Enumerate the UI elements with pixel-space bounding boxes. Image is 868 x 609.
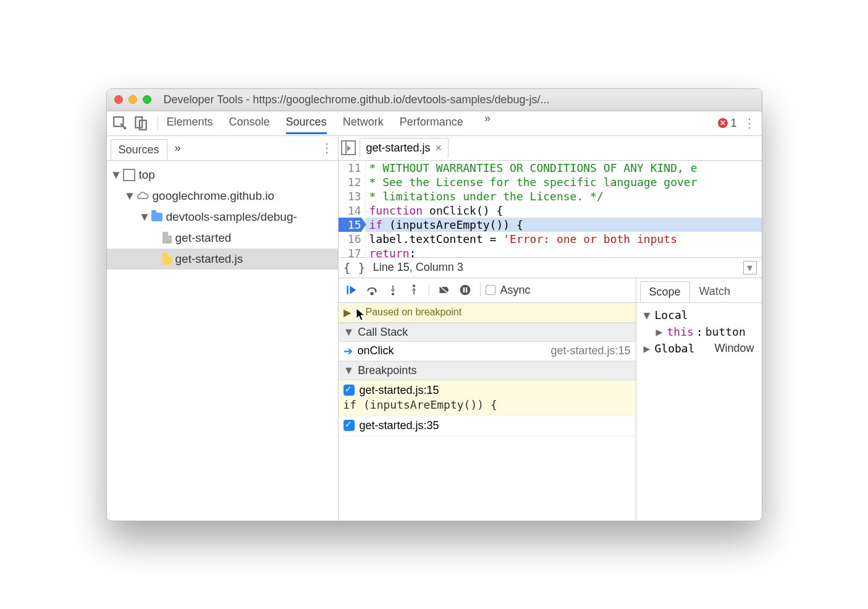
async-label: Async — [500, 284, 531, 297]
tab-elements[interactable]: Elements — [167, 112, 213, 134]
svg-rect-8 — [463, 287, 465, 292]
folder-icon — [151, 213, 162, 221]
panel-tabs: Elements Console Sources Network Perform… — [167, 112, 714, 134]
async-checkbox[interactable] — [486, 285, 495, 295]
separator — [158, 116, 158, 130]
inspect-icon[interactable] — [112, 115, 128, 131]
paused-label: Paused on breakpoint — [366, 307, 462, 318]
zoom-button[interactable] — [143, 95, 151, 104]
separator — [429, 283, 429, 297]
tree-label-file1: get-started.js — [175, 252, 243, 266]
call-stack-section: ▼Call Stack ➔ onClick get-started.js:15 — [339, 323, 636, 361]
titlebar[interactable]: Developer Tools - https://googlechrome.g… — [107, 89, 762, 111]
tree-root-top[interactable]: ▼ top — [107, 164, 338, 185]
editor-tabbar: get-started.js × — [339, 136, 762, 161]
file-tree: ▼ top ▼ googlechrome.github.io ▼ devtool… — [107, 161, 338, 273]
error-badge[interactable]: ✕ 1 — [718, 117, 736, 130]
scope-this[interactable]: ▶ this: button — [639, 323, 759, 340]
frame-icon — [123, 169, 135, 181]
tab-scope[interactable]: Scope — [640, 281, 690, 302]
call-stack-header[interactable]: ▼Call Stack — [339, 323, 636, 342]
more-subtabs-icon[interactable]: » — [175, 142, 181, 155]
tree-folder[interactable]: ▼ devtools-samples/debug- — [107, 207, 338, 228]
frame-name: onClick — [358, 344, 394, 357]
cloud-icon — [137, 190, 149, 202]
paused-message[interactable]: ▶ Paused on breakpoint — [339, 303, 636, 323]
debugger-toolbar: Async — [339, 278, 636, 303]
svg-rect-3 — [347, 286, 348, 294]
tab-watch[interactable]: Watch — [690, 281, 739, 302]
pause-exceptions-button[interactable] — [455, 281, 475, 299]
more-tabs-icon[interactable]: » — [484, 112, 491, 134]
cursor-position: Line 15, Column 3 — [373, 261, 463, 274]
step-into-button[interactable] — [383, 281, 403, 299]
step-out-button[interactable] — [404, 281, 424, 299]
breakpoints-section: ▼Breakpoints get-started.js:15 if (input… — [339, 361, 636, 437]
tree-domain[interactable]: ▼ googlechrome.github.io — [107, 185, 338, 207]
svg-point-7 — [460, 285, 470, 296]
error-count: 1 — [730, 117, 736, 130]
editor-statusbar: { } Line 15, Column 3 ▾ — [339, 257, 762, 278]
close-button[interactable] — [114, 95, 123, 104]
device-toggle-icon[interactable] — [133, 115, 149, 131]
settings-menu-icon[interactable]: ⋮ — [742, 116, 757, 130]
pretty-print-icon[interactable]: { } — [343, 260, 366, 275]
window-controls — [114, 95, 151, 104]
breakpoint-checkbox[interactable] — [343, 385, 355, 396]
scope-body: ▼Local ▶ this: button ▶Global Window — [636, 303, 762, 360]
svg-rect-9 — [465, 287, 467, 292]
scope-local[interactable]: ▼Local — [639, 307, 759, 323]
tab-network[interactable]: Network — [343, 112, 384, 134]
scope-pane: Scope Watch ▼Local ▶ this: button — [636, 278, 762, 521]
tab-sources[interactable]: Sources — [286, 112, 327, 134]
editor-tab[interactable]: get-started.js × — [360, 138, 449, 158]
tree-label-domain: googlechrome.github.io — [153, 189, 275, 203]
breakpoint-location: get-started.js:15 — [360, 384, 439, 397]
minimize-button[interactable] — [129, 95, 137, 104]
breakpoint-code: if (inputsAreEmpty()) { — [343, 398, 631, 411]
separator — [480, 283, 481, 297]
breakpoint-item[interactable]: get-started.js:35 — [339, 415, 636, 437]
js-file-icon — [162, 253, 172, 265]
scope-tabs: Scope Watch — [636, 278, 762, 303]
debugger-pane: Async ▶ Paused on breakpoint ▼Call Stack… — [339, 278, 636, 521]
tree-label-folder: devtools-samples/debug- — [166, 210, 297, 224]
svg-point-6 — [412, 284, 415, 287]
file-icon — [162, 232, 172, 244]
tab-console[interactable]: Console — [229, 112, 270, 134]
step-over-button[interactable] — [362, 281, 382, 299]
frame-location: get-started.js:15 — [550, 344, 630, 357]
close-tab-icon[interactable]: × — [436, 142, 442, 155]
svg-point-5 — [391, 293, 394, 296]
tab-performance[interactable]: Performance — [400, 112, 463, 134]
breakpoint-checkbox[interactable] — [343, 420, 355, 431]
breakpoints-header[interactable]: ▼Breakpoints — [339, 361, 636, 380]
call-stack-frame[interactable]: ➔ onClick get-started.js:15 — [339, 342, 636, 361]
devtools-window: Developer Tools - https://googlechrome.g… — [106, 88, 762, 521]
editor-tab-label: get-started.js — [366, 142, 431, 155]
resume-button[interactable] — [341, 281, 361, 299]
breakpoint-location: get-started.js:35 — [360, 419, 439, 432]
statusbar-dropdown-icon[interactable]: ▾ — [743, 261, 757, 275]
code-lines[interactable]: * WITHOUT WARRANTIES OR CONDITIONS OF AN… — [366, 161, 762, 257]
error-icon: ✕ — [718, 118, 728, 128]
main-toolbar: Elements Console Sources Network Perform… — [107, 111, 762, 136]
code-editor[interactable]: 11121314151617 * WITHOUT WARRANTIES OR C… — [339, 161, 762, 257]
breakpoint-item[interactable]: get-started.js:15 if (inputsAreEmpty()) … — [339, 380, 636, 415]
tree-file-js[interactable]: get-started.js — [107, 249, 338, 270]
deactivate-breakpoints-button[interactable] — [434, 281, 454, 299]
tree-label-top: top — [139, 168, 155, 182]
tree-file-html[interactable]: get-started — [107, 228, 338, 249]
tree-label-file0: get-started — [175, 231, 232, 245]
svg-point-4 — [371, 292, 373, 294]
scope-global[interactable]: ▶Global Window — [639, 340, 759, 357]
gutter[interactable]: 11121314151617 — [339, 161, 366, 257]
cursor-icon — [356, 308, 367, 322]
sources-menu-icon[interactable]: ⋮ — [319, 140, 334, 155]
toggle-navigator-icon[interactable] — [341, 140, 356, 155]
window-title: Developer Tools - https://googlechrome.g… — [164, 93, 550, 106]
sources-subtab[interactable]: Sources — [111, 139, 167, 160]
sources-subtoolbar: Sources » ⋮ — [107, 136, 338, 161]
